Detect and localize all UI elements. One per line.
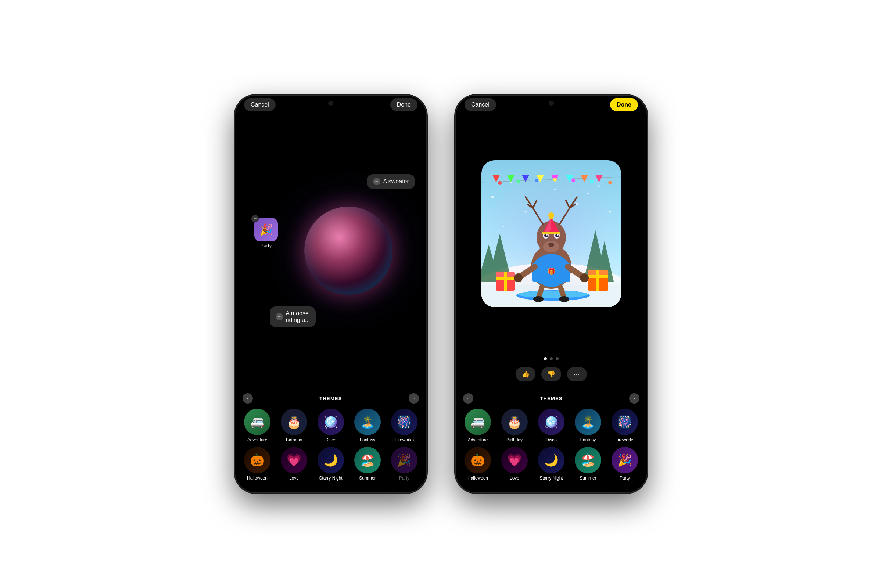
phone2-theme-birthday-label: Birthday [506,437,523,442]
phone1-theme-fireworks[interactable]: 🎆 Fireworks [388,409,420,442]
phone2-top-bar: Cancel Done [456,96,647,114]
phone2-themes-prev[interactable]: ‹ [463,393,473,404]
phone1-theme-adventure[interactable]: 🚐 Adventure [241,409,273,442]
orb-visual [304,207,393,295]
phone2-theme-halloween-icon: 🎃 [465,447,491,473]
phone2-theme-summer[interactable]: 🏖️ Summer [572,447,604,481]
phone1-theme-starrynight[interactable]: 🌙 Starry Night [315,447,347,481]
sweater-text: A sweater [383,178,409,185]
phone2-themes-section: ‹ THEMES › 🚐 Adventure 🎂 Birthday � [456,387,647,492]
phone1-theme-row-1: 🚐 Adventure 🎂 Birthday 🪩 Disco 🏝️ Fantas… [235,409,426,442]
phone2-theme-disco-label: Disco [546,437,557,442]
phone1-theme-summer-icon: 🏖️ [354,447,381,473]
phone1-theme-birthday[interactable]: 🎂 Birthday [278,409,310,442]
phone1-canvas: − 🎉 Party − A sweater − A mooseriding a.… [235,114,426,387]
phone1-theme-party[interactable]: 🎉 Party [388,447,420,481]
phone2-themes-header: ‹ THEMES › [456,393,647,404]
phone1-themes-section: ‹ THEMES › 🚐 Adventure 🎂 Birthday � [235,387,426,492]
pagination-dot-1 [544,357,547,360]
party-sticker-minus[interactable]: − [251,215,259,222]
phone1-theme-halloween[interactable]: 🎃 Halloween [241,447,273,481]
phone1-theme-birthday-label: Birthday [286,437,302,442]
pagination-dot-3 [556,357,559,360]
phone1-theme-fantasy[interactable]: 🏝️ Fantasy [351,409,384,442]
phone2-action-bar: 👍 👎 ··· [456,364,647,387]
phone2-theme-halloween[interactable]: 🎃 Halloween [462,447,494,481]
phone2-theme-fantasy[interactable]: 🏝️ Fantasy [572,409,604,442]
phone2-theme-fireworks-label: Fireworks [615,437,634,442]
phone2-theme-summer-label: Summer [579,476,596,481]
prompt-moose[interactable]: − A mooseriding a... [270,306,316,327]
phone2-themes-title: THEMES [473,396,629,401]
phone2-done-button[interactable]: Done [610,99,638,111]
phone1-theme-party-label: Party [399,476,410,481]
party-sticker[interactable]: − 🎉 Party [254,218,278,248]
phone2-pagination [456,354,647,364]
phone2-theme-fantasy-label: Fantasy [580,437,596,442]
phone1-theme-disco-icon: 🪩 [318,409,344,435]
showcase-card: 🎁 [482,160,621,307]
phone2-theme-love-label: Love [510,476,519,481]
phone1-camera [328,101,333,106]
phone2-theme-fantasy-icon: 🏝️ [575,409,601,435]
phone2-theme-fireworks[interactable]: 🎆 Fireworks [609,409,641,442]
phone2-theme-love-icon: 💗 [501,447,528,473]
phone2-theme-halloween-label: Halloween [468,476,488,481]
thumbs-down-button[interactable]: 👎 [542,367,561,381]
pagination-dot-2 [550,357,553,360]
phone2-cancel-button[interactable]: Cancel [465,99,496,111]
moose-text: A mooseriding a... [286,310,310,323]
phone1-themes-next[interactable]: › [409,393,419,404]
phone1-theme-summer-label: Summer [359,476,376,481]
phone1-cancel-button[interactable]: Cancel [244,99,276,111]
phone1-theme-fireworks-icon: 🎆 [391,409,417,435]
more-options-button[interactable]: ··· [567,367,587,381]
phone1-theme-starrynight-label: Starry Night [319,476,342,481]
phone-2: Cancel Done [456,96,647,492]
phone1-theme-starrynight-icon: 🌙 [318,447,344,473]
phone2-theme-starrynight[interactable]: 🌙 Starry Night [535,447,567,481]
phone2-theme-fireworks-icon: 🎆 [612,409,638,435]
phone2-showcase: 🎁 [456,114,647,354]
phone2-theme-birthday-icon: 🎂 [501,409,528,435]
phone2-theme-disco[interactable]: 🪩 Disco [535,409,567,442]
moose-minus-btn[interactable]: − [276,313,283,321]
phone1-theme-fireworks-label: Fireworks [395,437,414,442]
phone2-theme-birthday[interactable]: 🎂 Birthday [498,409,531,442]
phone1-themes-title: THEMES [253,396,409,401]
moose-illustration: 🎁 [482,160,621,307]
party-sticker-label: Party [261,243,272,248]
phone2-theme-disco-icon: 🪩 [538,409,564,435]
phone2-theme-party-icon: 🎉 [612,447,638,473]
phone1-theme-halloween-label: Halloween [247,476,267,481]
phone1-theme-adventure-icon: 🚐 [244,409,270,435]
phone1-theme-party-icon: 🎉 [391,447,417,473]
phone1-theme-summer[interactable]: 🏖️ Summer [351,447,384,481]
phone2-theme-love[interactable]: 💗 Love [498,447,531,481]
phone2-camera [549,101,554,106]
phone1-theme-disco[interactable]: 🪩 Disco [315,409,347,442]
phone2-theme-summer-icon: 🏖️ [575,447,601,473]
sweater-minus-btn[interactable]: − [373,178,380,185]
prompt-sweater[interactable]: − A sweater [367,174,415,189]
phone-1: Cancel Done − 🎉 Party − [235,96,426,492]
phone2-themes-next[interactable]: › [629,393,639,404]
phone1-theme-fantasy-icon: 🏝️ [354,409,381,435]
phone1-themes-header: ‹ THEMES › [235,393,426,404]
phone2-theme-party[interactable]: 🎉 Party [609,447,641,481]
phone1-theme-halloween-icon: 🎃 [244,447,270,473]
phone1-done-button[interactable]: Done [390,99,417,111]
thumbs-up-button[interactable]: 👍 [516,367,536,381]
phone1-theme-love-icon: 💗 [281,447,307,473]
phones-container: Cancel Done − 🎉 Party − [235,96,647,492]
phone2-theme-adventure[interactable]: 🚐 Adventure [462,409,494,442]
phone1-theme-adventure-label: Adventure [248,437,267,442]
phone1-theme-birthday-icon: 🎂 [281,409,307,435]
phone1-top-bar: Cancel Done [235,96,426,114]
phone2-theme-row-1: 🚐 Adventure 🎂 Birthday 🪩 Disco 🏝️ Fantas… [456,409,647,442]
phone1-theme-love[interactable]: 💗 Love [278,447,310,481]
svg-rect-79 [482,160,621,307]
phone1-themes-prev[interactable]: ‹ [243,393,253,404]
phone1-theme-fantasy-label: Fantasy [360,437,376,442]
party-sticker-icon: − 🎉 [254,218,278,242]
